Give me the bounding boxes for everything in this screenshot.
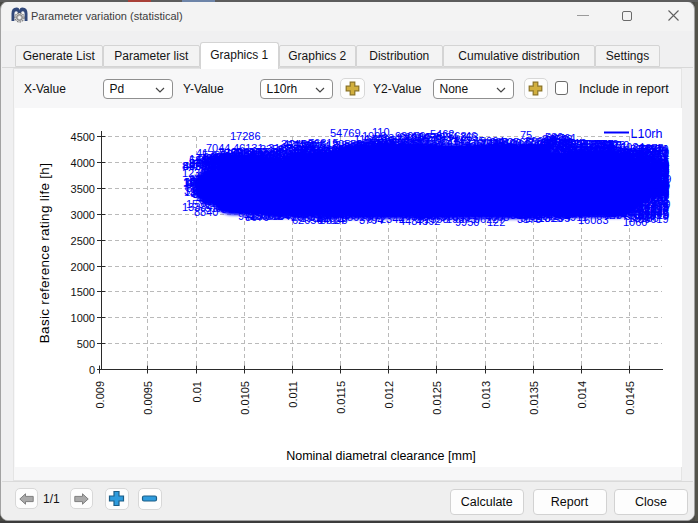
svg-text:Nominal diametral clearance [m: Nominal diametral clearance [mm]: [286, 449, 476, 463]
svg-text:Basic reference rating life [h: Basic reference rating life [h]: [37, 163, 52, 343]
svg-text:12: 12: [182, 167, 194, 179]
svg-text:0.009: 0.009: [94, 381, 106, 409]
svg-text:90572: 90572: [423, 151, 454, 163]
svg-text:5462: 5462: [430, 128, 454, 140]
svg-text:188: 188: [357, 156, 375, 168]
svg-text:2296: 2296: [397, 186, 421, 198]
svg-text:63184: 63184: [357, 142, 388, 154]
svg-text:4575: 4575: [423, 162, 447, 174]
svg-text:3500: 3500: [71, 183, 95, 195]
svg-text:19898: 19898: [300, 212, 331, 224]
svg-text:500: 500: [77, 338, 95, 350]
svg-text:67009: 67009: [469, 204, 500, 216]
svg-text:0.011: 0.011: [287, 381, 299, 408]
svg-text:37303: 37303: [351, 200, 382, 212]
svg-text:977: 977: [367, 213, 385, 225]
svg-text:122: 122: [487, 216, 505, 228]
svg-text:1500: 1500: [71, 286, 95, 298]
svg-text:28978: 28978: [515, 208, 546, 220]
svg-text:0.012: 0.012: [383, 381, 395, 409]
svg-text:3: 3: [662, 167, 668, 179]
svg-text:6024: 6024: [620, 141, 644, 153]
svg-text:942: 942: [238, 210, 256, 222]
svg-text:589: 589: [545, 131, 563, 143]
svg-text:0.013: 0.013: [480, 381, 492, 409]
svg-text:58310: 58310: [231, 179, 262, 191]
svg-text:75: 75: [520, 129, 532, 141]
svg-text:36400: 36400: [544, 205, 575, 217]
svg-text:2500: 2500: [71, 235, 95, 247]
svg-text:0.0095: 0.0095: [142, 381, 154, 415]
svg-text:2000: 2000: [71, 261, 95, 273]
svg-text:35576: 35576: [301, 173, 332, 185]
svg-text:9950: 9950: [455, 216, 479, 228]
svg-text:1060: 1060: [623, 216, 647, 228]
svg-text:48339: 48339: [383, 166, 414, 178]
svg-text:95638: 95638: [442, 184, 473, 196]
svg-text:518: 518: [320, 139, 338, 151]
svg-text:9024: 9024: [480, 135, 504, 147]
svg-text:59289: 59289: [560, 138, 591, 150]
svg-text:41: 41: [196, 147, 208, 159]
svg-text:3408: 3408: [595, 193, 619, 205]
svg-text:73184: 73184: [497, 175, 528, 187]
svg-text:5179: 5179: [518, 148, 542, 160]
svg-text:L10rh: L10rh: [631, 127, 663, 141]
svg-text:8840: 8840: [194, 206, 218, 218]
svg-text:13206: 13206: [483, 155, 514, 167]
svg-text:1351: 1351: [184, 186, 208, 198]
svg-text:12849: 12849: [204, 177, 235, 189]
svg-text:17286: 17286: [230, 130, 261, 142]
svg-text:0.0105: 0.0105: [239, 381, 251, 415]
svg-text:0.014: 0.014: [576, 381, 588, 409]
svg-text:389: 389: [622, 173, 640, 185]
svg-text:1864: 1864: [488, 188, 512, 200]
svg-text:0.0115: 0.0115: [335, 381, 347, 414]
svg-text:3000: 3000: [71, 209, 95, 221]
svg-text:8127: 8127: [282, 150, 306, 162]
svg-text:0.0135: 0.0135: [528, 381, 540, 415]
svg-text:46: 46: [465, 130, 477, 142]
svg-text:0.0145: 0.0145: [624, 381, 636, 415]
svg-text:4745: 4745: [553, 183, 577, 195]
svg-text:4875: 4875: [621, 199, 645, 211]
svg-text:0.01: 0.01: [191, 381, 203, 402]
svg-text:0: 0: [89, 364, 95, 376]
svg-text:8: 8: [663, 194, 669, 206]
svg-text:1000: 1000: [71, 312, 95, 324]
svg-text:9: 9: [664, 180, 670, 192]
svg-text:4000: 4000: [71, 157, 95, 169]
svg-text:46: 46: [652, 205, 664, 217]
svg-text:4500: 4500: [71, 131, 95, 143]
svg-text:16632: 16632: [214, 151, 245, 163]
svg-text:23881: 23881: [250, 150, 281, 162]
svg-text:0.0125: 0.0125: [431, 381, 443, 415]
svg-text:212: 212: [282, 184, 300, 196]
svg-text:110: 110: [372, 126, 390, 138]
svg-text:2786: 2786: [591, 160, 615, 172]
svg-text:2305: 2305: [589, 178, 613, 190]
svg-text:93079: 93079: [395, 130, 426, 142]
svg-text:760: 760: [211, 190, 229, 202]
svg-text:54769: 54769: [330, 127, 361, 139]
svg-text:81223: 81223: [464, 171, 495, 183]
